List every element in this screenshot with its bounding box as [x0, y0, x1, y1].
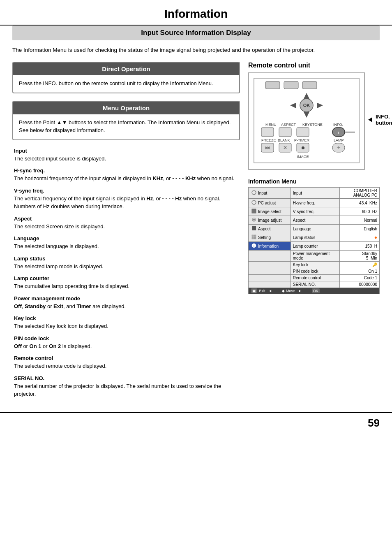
direct-operation-body: Press the INFO. button on the remote con…	[13, 75, 239, 93]
info-item-body: The horizontal frequency of the input si…	[12, 174, 240, 183]
section-header: Input Source Information Display	[12, 26, 380, 40]
info-item-body: Off, Standby or Exit, and Timer are disp…	[12, 302, 240, 311]
svg-text:ASPECT: ASPECT	[281, 123, 296, 127]
table-row: iInformationLamp counter150 H	[249, 242, 380, 251]
menu-operation-box: Menu Operation Press the Point ▲▼ button…	[12, 101, 240, 140]
svg-text:MENU: MENU	[265, 123, 277, 127]
menu-operation-body: Press the Point ▲▼ buttons to select the…	[13, 114, 239, 139]
menu-footer-row: ▣ Exit ◄ ---- ◆ Move ► ---- OK ----	[249, 288, 380, 294]
svg-text:KEYSTONE: KEYSTONE	[302, 123, 323, 127]
info-item-body: The selected Screen size is displayed.	[12, 223, 240, 231]
info-item-label: PIN code lock	[12, 335, 240, 341]
info-item-label: Lamp counter	[12, 275, 240, 281]
svg-marker-8	[317, 103, 323, 108]
svg-rect-15	[279, 128, 291, 137]
svg-rect-38	[252, 226, 256, 230]
svg-rect-37	[253, 219, 255, 220]
info-button-label: INFO. button	[376, 114, 392, 126]
svg-text:P-TIMER: P-TIMER	[294, 138, 309, 142]
table-row: Key lock🔑	[249, 262, 380, 268]
page-title: Information	[0, 0, 392, 26]
info-item-body: The selected lamp mode is displayed.	[12, 262, 240, 271]
info-item-label: Key lock	[12, 315, 240, 321]
info-item-label: Aspect	[12, 216, 240, 222]
table-row: InputInputCOMPUTER ANALOG PC	[249, 188, 380, 199]
svg-text:BLANK: BLANK	[278, 138, 290, 142]
remote-control-title: Remote control unit	[248, 62, 380, 69]
table-row: AspectLanguageEnglish	[249, 225, 380, 233]
info-item-body: The selected language is displayed.	[12, 242, 240, 251]
info-item-label: SERIAL NO.	[12, 375, 240, 381]
table-row: Remote controlCode 1	[249, 275, 380, 281]
table-row: Image adjustAspectNormal	[249, 216, 380, 225]
svg-rect-35	[252, 209, 256, 213]
information-menu-table: InputInputCOMPUTER ANALOG PCPC adjustH-s…	[248, 187, 380, 294]
svg-marker-9	[304, 112, 309, 118]
svg-marker-5	[290, 103, 296, 108]
svg-point-34	[252, 200, 256, 204]
info-item-label: Remote control	[12, 355, 240, 361]
svg-text:i: i	[338, 130, 339, 135]
svg-marker-4	[304, 93, 309, 99]
svg-rect-16	[297, 128, 309, 137]
left-column: Direct Operation Press the INFO. button …	[12, 62, 240, 400]
info-item-body: The selected Key lock icon is displayed.	[12, 322, 240, 330]
direct-operation-header: Direct Operation	[13, 63, 239, 75]
info-items-list: InputThe selected input source is displa…	[12, 148, 240, 398]
info-item-label: Lamp status	[12, 255, 240, 262]
direct-operation-box: Direct Operation Press the INFO. button …	[12, 62, 240, 93]
info-item-body: The selected remote code is displayed.	[12, 362, 240, 370]
svg-point-33	[252, 190, 256, 195]
table-row: PC adjustH-sync freq.43.4 KHz	[249, 199, 380, 207]
svg-rect-40	[254, 235, 256, 237]
svg-text:INFO.: INFO.	[333, 123, 343, 127]
svg-rect-1	[265, 81, 280, 89]
svg-text:LAMP: LAMP	[334, 138, 344, 142]
menu-operation-header: Menu Operation	[13, 102, 239, 114]
svg-rect-39	[252, 235, 254, 237]
info-item-body: The serial number of the projector is di…	[12, 382, 240, 398]
remote-control-image: OK MENU ASPECT KEYSTONE INFO.	[248, 72, 365, 170]
info-item-body: Off or On 1 or On 2 is displayed.	[12, 342, 240, 350]
svg-rect-41	[252, 237, 254, 239]
info-item-label: V-sync freq.	[12, 188, 240, 194]
info-item-label: Language	[12, 235, 240, 241]
info-item-body: The cumulative lamp operating time is di…	[12, 282, 240, 290]
svg-rect-3	[302, 81, 317, 89]
svg-rect-42	[254, 237, 256, 239]
info-item-body: The selected input source is displayed.	[12, 155, 240, 163]
info-item-label: Power management mode	[12, 295, 240, 302]
svg-text:IMAGE: IMAGE	[297, 155, 309, 159]
intro-text: The Information Menu is used for checkin…	[12, 46, 380, 54]
table-row: Power management modeStandby 5 Min	[249, 251, 380, 262]
svg-text:✕: ✕	[283, 145, 287, 151]
table-row: Image selectV-sync freq.60.0 Hz	[249, 207, 380, 216]
info-item-body: The vertical frequency of the input sign…	[12, 195, 240, 211]
table-row: SERIAL NO.00000000	[249, 281, 380, 288]
info-item-label: H-sync freq.	[12, 167, 240, 174]
svg-text:✦: ✦	[337, 145, 341, 151]
right-column: Remote control unit	[248, 62, 380, 400]
svg-rect-14	[261, 128, 274, 137]
svg-text:⏺: ⏺	[301, 145, 305, 150]
info-item-label: Input	[12, 148, 240, 154]
svg-rect-2	[284, 81, 298, 89]
information-menu-title: Information Menu	[248, 178, 380, 185]
svg-text:OK: OK	[303, 103, 310, 108]
table-row: PIN code lockOn 1	[249, 268, 380, 275]
svg-text:FREEZE: FREEZE	[261, 138, 276, 142]
page-number: 59	[368, 417, 380, 429]
svg-text:⏮: ⏮	[265, 145, 270, 151]
remote-svg: OK MENU ASPECT KEYSTONE INFO.	[253, 77, 360, 164]
svg-text:i: i	[254, 244, 254, 248]
table-row: SettingLamp status●	[249, 233, 380, 242]
